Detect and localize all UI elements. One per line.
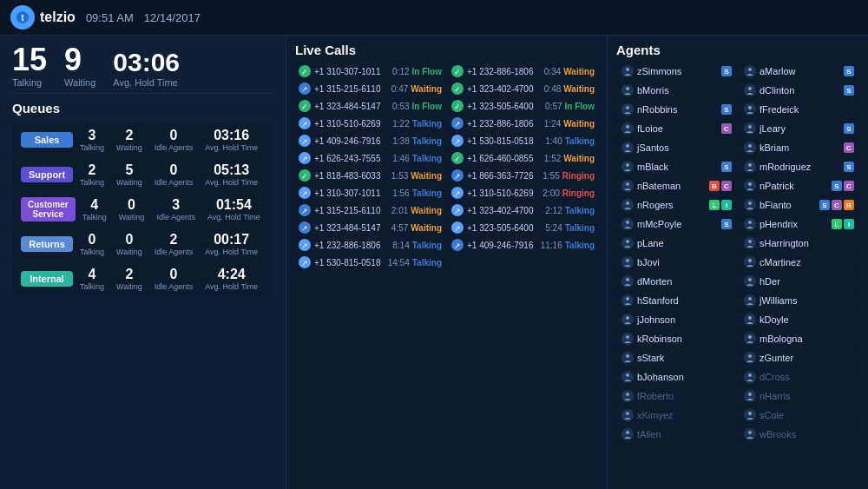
- agent-badges: S: [844, 123, 854, 134]
- call-item: ↗ +1 409-246-7916 1:38 Talking: [295, 132, 445, 149]
- agent-name: mBlack: [637, 162, 718, 172]
- agent-icon: [744, 371, 756, 383]
- agent-icon: [621, 371, 634, 383]
- svg-point-72: [626, 297, 629, 301]
- svg-point-48: [626, 68, 629, 71]
- call-status: Talking: [565, 206, 595, 215]
- call-number: +1 530-815-0518: [467, 136, 542, 146]
- agent-row: kBriam C: [739, 139, 859, 156]
- agent-name: tAllen: [637, 429, 728, 439]
- agent-icon: [621, 275, 634, 287]
- agent-icon: [744, 65, 756, 77]
- agent-badge: S: [844, 123, 854, 134]
- agent-icon: [621, 333, 634, 345]
- agent-icon: [744, 409, 756, 421]
- call-time: 0:34: [544, 67, 561, 76]
- call-status: Talking: [565, 223, 595, 233]
- agent-icon: [621, 352, 634, 364]
- call-number: +1 409-246-7916: [314, 136, 390, 146]
- svg-point-74: [626, 316, 629, 320]
- agent-badge: S: [844, 162, 854, 172]
- agent-name: fRoberto: [637, 391, 728, 401]
- agent-row: aMarlow S: [739, 63, 859, 80]
- agent-name: sStark: [637, 353, 728, 363]
- call-time: 1:38: [392, 136, 409, 146]
- main-content: 15 Talking 9 Waiting 03:06 Avg. Hold Tim…: [0, 36, 868, 489]
- calls-left-column: ✓ +1 310-307-1011 0:12 In Flow ↗ +1 315-…: [295, 63, 445, 271]
- call-icon: ✓: [451, 100, 464, 112]
- call-icon: ✓: [451, 83, 464, 95]
- agent-badge: R: [844, 200, 854, 210]
- agent-badge: S: [819, 200, 830, 210]
- svg-point-87: [748, 431, 752, 434]
- header-date: 12/14/2017: [144, 11, 201, 24]
- agent-badges: S: [721, 66, 732, 76]
- call-status: Waiting: [411, 84, 442, 94]
- agent-icon: [621, 142, 634, 154]
- call-item: ↗ +1 232-886-1806 8:14 Talking: [295, 236, 445, 254]
- live-calls-panel[interactable]: Live Calls ✓ +1 310-307-1011 0:12 In Flo…: [286, 36, 608, 489]
- call-status: Waiting: [563, 119, 595, 129]
- agent-badges: S: [844, 162, 854, 172]
- agent-name: jLeary: [760, 123, 840, 134]
- agent-badges: S: [721, 162, 732, 172]
- agent-name: dClinton: [760, 85, 840, 96]
- svg-point-77: [748, 335, 752, 339]
- agent-badge: C: [721, 123, 732, 134]
- call-number: +1 232-886-1806: [467, 119, 542, 129]
- agent-row: mBlack S: [616, 158, 737, 175]
- queue-item: Customer Service 4Talking 0Waiting 3Idle…: [12, 192, 273, 227]
- svg-text:↗: ↗: [301, 155, 308, 163]
- svg-text:↗: ↗: [301, 189, 308, 198]
- svg-point-83: [748, 393, 752, 396]
- agent-icon: [621, 409, 634, 421]
- queue-item: Internal 4Talking 2Waiting 0Idle Agents …: [12, 261, 273, 296]
- call-number: +1 530-815-0518: [314, 258, 385, 268]
- call-icon: ↗: [299, 221, 311, 234]
- call-icon: ↗: [299, 117, 311, 129]
- call-item: ↗ +1 310-510-6269 2:00 Ringing: [448, 184, 598, 202]
- agents-panel[interactable]: Agents zSimmons S aMarlow S bMorris dCli…: [608, 36, 868, 489]
- call-item: ✓ +1 323-402-4700 0:48 Waiting: [448, 80, 598, 97]
- agent-badge: S: [721, 104, 732, 115]
- agent-row: jSantos: [616, 139, 737, 156]
- agent-row: zGunter: [739, 349, 859, 367]
- call-icon: ↗: [299, 152, 311, 164]
- svg-text:✓: ✓: [454, 68, 461, 76]
- call-number: +1 626-243-7555: [314, 154, 390, 163]
- agent-name: jSantos: [637, 142, 728, 153]
- agent-icon: [744, 218, 756, 230]
- agent-icon: [621, 65, 634, 77]
- agent-icon: [744, 84, 756, 96]
- call-status: Waiting: [563, 84, 595, 94]
- queue-item: Support 2Talking 5Waiting 0Idle Agents 0…: [12, 157, 273, 192]
- call-number: +1 232-886-1806: [314, 241, 390, 250]
- svg-text:↗: ↗: [454, 189, 461, 198]
- logo: t telzio: [10, 5, 76, 30]
- svg-point-73: [748, 297, 752, 301]
- svg-text:↗: ↗: [454, 224, 461, 233]
- call-icon: ↗: [451, 135, 464, 147]
- agent-icon: [744, 122, 756, 135]
- call-icon: ↗: [451, 187, 464, 199]
- call-item: ↗ +1 323-505-6400 5:24 Talking: [448, 219, 598, 236]
- call-number: +1 323-484-5147: [314, 102, 390, 111]
- svg-text:↗: ↗: [301, 224, 308, 233]
- call-number: +1 310-510-6269: [314, 119, 390, 129]
- call-time: 11:16: [541, 241, 562, 250]
- svg-text:↗: ↗: [301, 85, 308, 94]
- svg-text:↗: ↗: [454, 241, 461, 250]
- svg-point-56: [626, 144, 629, 148]
- call-time: 14:54: [388, 258, 410, 268]
- svg-text:↗: ↗: [454, 137, 461, 146]
- agent-badge: B: [709, 181, 720, 191]
- call-icon: ✓: [299, 65, 311, 77]
- agent-row: mMcPoyle S: [616, 215, 737, 233]
- agent-name: nBateman: [637, 181, 706, 191]
- agent-badges: LI: [709, 200, 732, 210]
- call-item: ↗ +1 310-510-6269 1:22 Talking: [295, 115, 445, 132]
- agent-row: bJohanson: [616, 368, 737, 386]
- agent-badge: C: [721, 181, 732, 191]
- svg-point-65: [748, 221, 752, 224]
- agent-icon: [744, 428, 756, 440]
